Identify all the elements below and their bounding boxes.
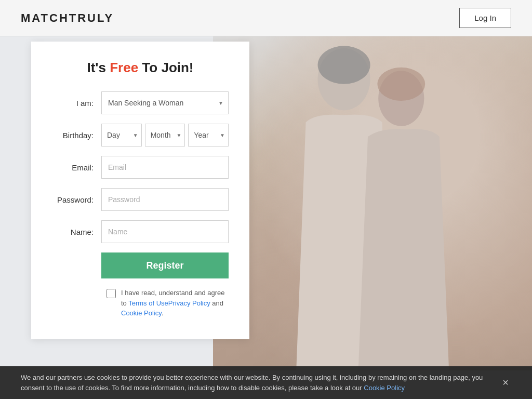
birthday-label: Birthday: — [52, 131, 101, 140]
birthday-row: Birthday: Day for(let i=1;i<=31;i++) doc… — [52, 124, 229, 147]
day-select[interactable]: Day for(let i=1;i<=31;i++) document.writ… — [101, 124, 142, 147]
name-input[interactable] — [101, 220, 229, 243]
svg-point-2 — [317, 46, 370, 84]
year-select-wrapper: Year for(let y=2005;y>=1920;y--) documen… — [188, 124, 229, 147]
terms-link[interactable]: Terms of Use — [128, 299, 168, 307]
registration-form: It's Free To Join! I am: Man Seeking a W… — [31, 42, 249, 339]
terms-checkbox[interactable] — [107, 289, 116, 298]
name-row: Name: — [52, 220, 229, 243]
i-am-select-wrapper: Man Seeking a Woman Woman Seeking a Man … — [101, 91, 229, 114]
privacy-link[interactable]: Privacy Policy — [168, 299, 210, 307]
svg-point-3 — [377, 68, 425, 101]
cookie-policy-link[interactable]: Cookie Policy — [121, 309, 162, 317]
cookie-message: We and our partners use cookies to provi… — [21, 374, 483, 392]
password-input[interactable] — [101, 188, 229, 211]
email-input[interactable] — [101, 156, 229, 179]
password-label: Password: — [52, 195, 101, 204]
terms-row: I have read, understand and agree to Ter… — [107, 288, 229, 318]
i-am-row: I am: Man Seeking a Woman Woman Seeking … — [52, 91, 229, 114]
cookie-policy-bar-link[interactable]: Cookie Policy — [364, 384, 405, 392]
title-part1: It's — [87, 60, 110, 75]
form-title: It's Free To Join! — [52, 60, 229, 76]
email-row: Email: — [52, 156, 229, 179]
month-select-wrapper: Month January February March April May J… — [145, 124, 185, 147]
cookie-close-button[interactable]: × — [500, 377, 511, 389]
cookie-text: We and our partners use cookies to provi… — [21, 373, 500, 393]
couple-image — [213, 36, 532, 370]
month-select[interactable]: Month January February March April May J… — [145, 124, 185, 147]
year-select[interactable]: Year for(let y=2005;y>=1920;y--) documen… — [188, 124, 229, 147]
login-button[interactable]: Log In — [459, 8, 511, 28]
header: MATCHTRULY Log In — [0, 0, 532, 36]
main-area: It's Free To Join! I am: Man Seeking a W… — [0, 36, 532, 370]
logo: MATCHTRULY — [21, 11, 114, 25]
day-select-wrapper: Day for(let i=1;i<=31;i++) document.writ… — [101, 124, 142, 147]
cookie-bar: We and our partners use cookies to provi… — [0, 366, 532, 399]
i-am-select[interactable]: Man Seeking a Woman Woman Seeking a Man … — [101, 91, 229, 114]
register-wrapper: Register I have read, understand and agr… — [52, 252, 229, 318]
terms-text: I have read, understand and agree to Ter… — [121, 288, 229, 318]
name-label: Name: — [52, 228, 101, 236]
title-free: Free — [110, 60, 138, 75]
password-row: Password: — [52, 188, 229, 211]
couple-svg — [213, 36, 532, 370]
birthday-selects: Day for(let i=1;i<=31;i++) document.writ… — [101, 124, 229, 147]
i-am-label: I am: — [52, 99, 101, 108]
title-part2: To Join! — [138, 60, 193, 75]
register-button[interactable]: Register — [101, 252, 229, 278]
email-label: Email: — [52, 163, 101, 172]
